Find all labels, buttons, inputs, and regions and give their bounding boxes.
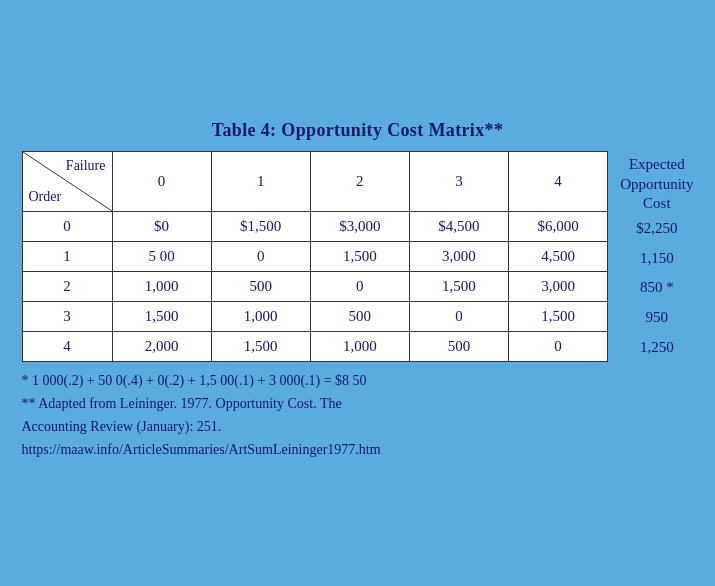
cell-0-2: $3,000 <box>310 212 409 242</box>
expected-value-3: 950 <box>620 303 693 333</box>
col-header-0: 0 <box>112 152 211 212</box>
cell-0-1: $1,500 <box>211 212 310 242</box>
order-value: 0 <box>22 212 112 242</box>
footer-note4: https://maaw.info/ArticleSummaries/ArtSu… <box>22 439 694 460</box>
cell-4-0: 2,000 <box>112 332 211 362</box>
failure-label: Failure <box>66 158 106 174</box>
footer-note3: Accounting Review (January): 251. <box>22 416 694 437</box>
expected-header: ExpectedOpportunityCost <box>620 151 693 214</box>
cell-3-1: 1,000 <box>211 302 310 332</box>
cell-2-3: 1,500 <box>409 272 508 302</box>
order-value: 3 <box>22 302 112 332</box>
cell-2-1: 500 <box>211 272 310 302</box>
table-row: 1 5 00 0 1,500 3,000 4,500 <box>22 242 608 272</box>
cell-3-2: 500 <box>310 302 409 332</box>
col-header-1: 1 <box>211 152 310 212</box>
col-header-2: 2 <box>310 152 409 212</box>
col-header-4: 4 <box>509 152 608 212</box>
table-wrapper: Failure Order 0 1 2 3 4 0 $0 $1,500 $3,0… <box>22 151 694 362</box>
cell-0-4: $6,000 <box>509 212 608 242</box>
col-header-3: 3 <box>409 152 508 212</box>
expected-column: ExpectedOpportunityCost $2,250 1,150 850… <box>608 151 693 362</box>
expected-header-text: ExpectedOpportunityCost <box>620 155 693 214</box>
footer-note2: ** Adapted from Leininger. 1977. Opportu… <box>22 393 694 414</box>
cell-3-3: 0 <box>409 302 508 332</box>
cell-4-2: 1,000 <box>310 332 409 362</box>
cell-4-4: 0 <box>509 332 608 362</box>
cell-1-2: 1,500 <box>310 242 409 272</box>
order-value: 2 <box>22 272 112 302</box>
cell-2-4: 3,000 <box>509 272 608 302</box>
order-value: 1 <box>22 242 112 272</box>
table-row: 2 1,000 500 0 1,500 3,000 <box>22 272 608 302</box>
table-row: 0 $0 $1,500 $3,000 $4,500 $6,000 <box>22 212 608 242</box>
diagonal-header-cell: Failure Order <box>22 152 112 212</box>
order-label: Order <box>29 189 62 205</box>
cell-4-3: 500 <box>409 332 508 362</box>
cell-1-0: 5 00 <box>112 242 211 272</box>
page-container: Table 4: Opportunity Cost Matrix** Failu… <box>8 110 708 476</box>
main-table: Failure Order 0 1 2 3 4 0 $0 $1,500 $3,0… <box>22 151 609 362</box>
cell-4-1: 1,500 <box>211 332 310 362</box>
expected-value-1: 1,150 <box>620 243 693 273</box>
expected-value-4: 1,250 <box>620 332 693 362</box>
cell-1-3: 3,000 <box>409 242 508 272</box>
footer-note1: * 1 000(.2) + 50 0(.4) + 0(.2) + 1,5 00(… <box>22 370 694 391</box>
table-row: 3 1,500 1,000 500 0 1,500 <box>22 302 608 332</box>
page-title: Table 4: Opportunity Cost Matrix** <box>22 120 694 141</box>
table-row: 4 2,000 1,500 1,000 500 0 <box>22 332 608 362</box>
cell-1-4: 4,500 <box>509 242 608 272</box>
cell-0-0: $0 <box>112 212 211 242</box>
cell-0-3: $4,500 <box>409 212 508 242</box>
cell-3-4: 1,500 <box>509 302 608 332</box>
order-value: 4 <box>22 332 112 362</box>
cell-1-1: 0 <box>211 242 310 272</box>
footer: * 1 000(.2) + 50 0(.4) + 0(.2) + 1,5 00(… <box>22 370 694 460</box>
cell-2-2: 0 <box>310 272 409 302</box>
expected-value-2: 850 * <box>620 273 693 303</box>
cell-2-0: 1,000 <box>112 272 211 302</box>
expected-value-0: $2,250 <box>620 214 693 244</box>
cell-3-0: 1,500 <box>112 302 211 332</box>
